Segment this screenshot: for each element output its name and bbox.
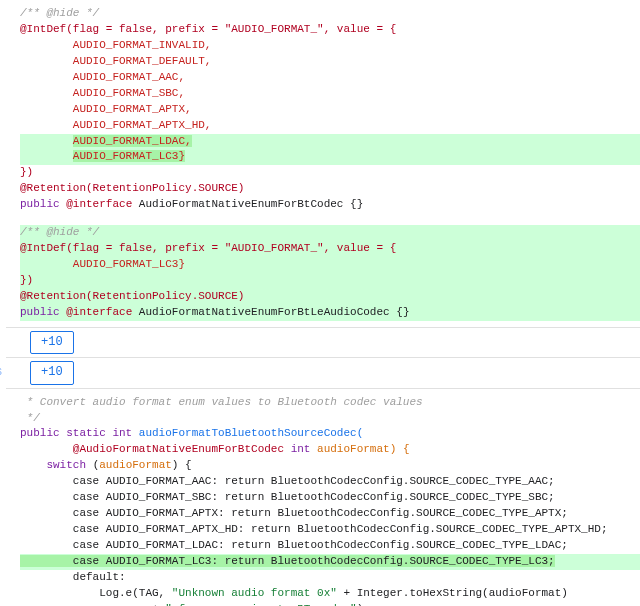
log-line-b: + Integer.toHexString(audioFormat) <box>337 587 568 599</box>
case-sbc: case AUDIO_FORMAT_SBC: return BluetoothC… <box>20 491 555 503</box>
case-aptx-hd: case AUDIO_FORMAT_APTX_HD: return Blueto… <box>20 523 608 535</box>
public-1: public <box>20 198 66 210</box>
expand-button-1[interactable]: +10 <box>30 331 74 354</box>
enum-default: AUDIO_FORMAT_DEFAULT, <box>73 55 212 67</box>
log-str-1: "Unknown audio format 0x" <box>172 587 337 599</box>
enum-aac: AUDIO_FORMAT_AAC, <box>73 71 185 83</box>
close-1: }) <box>20 166 33 178</box>
intdef-line-2: @IntDef(flag = false, prefix = "AUDIO_FO… <box>20 242 396 254</box>
expand-button-2[interactable]: +10 <box>30 361 74 384</box>
param-name: audioFormat) { <box>317 443 409 455</box>
case-lc3: case AUDIO_FORMAT_LC3: return BluetoothC… <box>20 555 555 567</box>
intdef-line-1: @IntDef(flag = false, prefix = "AUDIO_FO… <box>20 23 396 35</box>
hl-lc3-1: AUDIO_FORMAT_LC3} <box>20 149 640 165</box>
method-name: audioFormatToBluetoothSourceCodec( <box>132 427 363 439</box>
comment-hide-1: /** @hide */ <box>20 7 99 19</box>
iface-name-2: AudioFormatNativeEnumForBtLeAudioCodec {… <box>132 306 409 318</box>
interface-ann-1: @interface <box>66 198 132 210</box>
switch-kw: switch <box>46 459 92 471</box>
interface-ann-2: @interface <box>66 306 132 318</box>
enum-lc3-1: AUDIO_FORMAT_LC3} <box>73 150 185 162</box>
log-line-a: Log.e(TAG, <box>20 587 172 599</box>
hl-b2-1: /** @hide */ <box>20 225 640 241</box>
switch-var: audioFormat <box>99 459 172 471</box>
case-aptx: case AUDIO_FORMAT_APTX: return Bluetooth… <box>20 507 568 519</box>
retention-2: @Retention(RetentionPolicy.SOURCE) <box>20 290 244 302</box>
expand-row-2: +10 <box>6 357 640 388</box>
enum-lc3-2: AUDIO_FORMAT_LC3} <box>73 258 185 270</box>
hl-b2-3: AUDIO_FORMAT_LC3} <box>20 257 640 273</box>
default-line: default: <box>20 571 126 583</box>
code-block-2: /** @hide */ @IntDef(flag = false, prefi… <box>6 219 640 327</box>
gutter-marker: S <box>0 366 2 381</box>
param-type: int <box>284 443 317 455</box>
method-modifiers: public static int <box>20 427 132 439</box>
comment-convert-1: * Convert audio format enum values to Bl… <box>20 396 423 408</box>
public-2: public <box>20 306 66 318</box>
enum-sbc: AUDIO_FORMAT_SBC, <box>73 87 185 99</box>
iface-name-1: AudioFormatNativeEnumForBtCodec {} <box>132 198 363 210</box>
hl-b2-6: public @interface AudioFormatNativeEnumF… <box>20 305 640 321</box>
enum-aptx: AUDIO_FORMAT_APTX, <box>73 103 192 115</box>
retention-1: @Retention(RetentionPolicy.SOURCE) <box>20 182 244 194</box>
hl-case-lc3: case AUDIO_FORMAT_LC3: return BluetoothC… <box>20 554 640 570</box>
enum-invalid: AUDIO_FORMAT_INVALID, <box>73 39 212 51</box>
case-ldac: case AUDIO_FORMAT_LDAC: return Bluetooth… <box>20 539 568 551</box>
hl-b2-5: @Retention(RetentionPolicy.SOURCE) <box>20 289 640 305</box>
enum-ldac: AUDIO_FORMAT_LDAC, <box>73 135 192 147</box>
switch-tail: ) { <box>172 459 192 471</box>
expand-row-1: +10 <box>6 327 640 357</box>
param-annotation: @AudioFormatNativeEnumForBtCodec <box>73 443 284 455</box>
hl-b2-2: @IntDef(flag = false, prefix = "AUDIO_FO… <box>20 241 640 257</box>
code-block-3: * Convert audio format enum values to Bl… <box>6 389 640 606</box>
comment-convert-2: */ <box>20 412 40 424</box>
hl-b2-4: }) <box>20 273 640 289</box>
hl-ldac: AUDIO_FORMAT_LDAC, <box>20 134 640 150</box>
case-aac: case AUDIO_FORMAT_AAC: return BluetoothC… <box>20 475 555 487</box>
close-2: }) <box>20 274 33 286</box>
enum-aptx-hd: AUDIO_FORMAT_APTX_HD, <box>73 119 212 131</box>
comment-hide-2: /** @hide */ <box>20 226 99 238</box>
code-block-1: /** @hide */ @IntDef(flag = false, prefi… <box>6 0 640 219</box>
